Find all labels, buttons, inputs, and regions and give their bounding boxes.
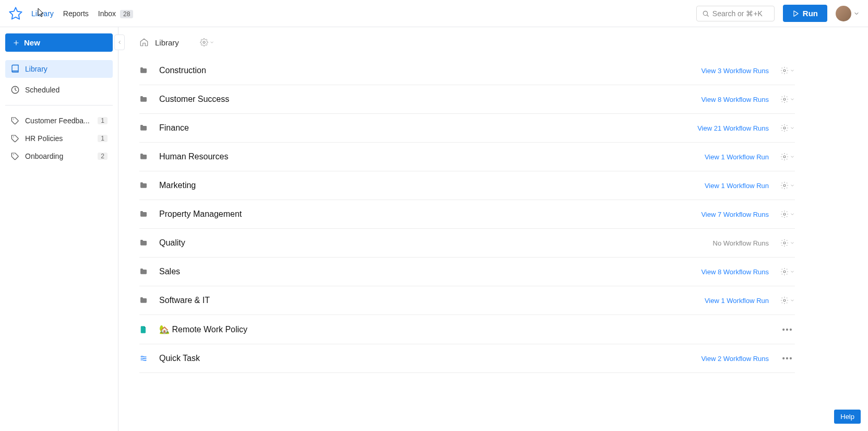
top-header: Library Reports Inbox 28 Search or ⌘+K R… — [0, 0, 868, 27]
svg-point-0 — [703, 11, 707, 15]
view-runs-link[interactable]: View 8 Workflow Runs — [701, 268, 769, 276]
library-row[interactable]: Human ResourcesView 1 Workflow Run — [139, 143, 795, 171]
logo-star-icon[interactable] — [8, 6, 23, 21]
sidebar: New Library Scheduled Customer Feedba...… — [0, 27, 118, 431]
view-runs-link[interactable]: View 1 Workflow Run — [705, 182, 769, 190]
row-settings-button[interactable] — [780, 210, 795, 218]
folder-icon — [139, 239, 148, 247]
row-settings-button[interactable] — [780, 66, 795, 75]
avatar — [836, 6, 851, 21]
row-name: Customer Success — [159, 95, 689, 104]
new-button-label: New — [24, 38, 40, 47]
folder-icon — [139, 210, 148, 218]
row-name: Marketing — [159, 181, 693, 190]
svg-point-14 — [783, 299, 786, 301]
workflow-icon — [139, 354, 148, 363]
svg-point-6 — [783, 69, 786, 72]
sidebar-tag-item[interactable]: HR Policies1 — [5, 130, 113, 147]
svg-point-9 — [783, 156, 786, 158]
library-row[interactable]: 🏡 Remote Work Policy••• — [139, 315, 795, 344]
user-menu[interactable] — [836, 6, 860, 21]
main-content: Library ConstructionView 3 Workflow Runs… — [118, 27, 868, 431]
sidebar-tag-item[interactable]: Customer Feedba...1 — [5, 112, 113, 130]
row-name: Software & IT — [159, 296, 693, 305]
row-name: Quality — [159, 238, 701, 248]
svg-point-7 — [783, 98, 786, 100]
row-name: Human Resources — [159, 152, 693, 161]
nav-inbox[interactable]: Inbox 28 — [98, 9, 134, 18]
svg-point-12 — [783, 242, 786, 244]
sidebar-item-label: Library — [25, 65, 47, 73]
view-runs-link[interactable]: View 21 Workflow Runs — [697, 124, 769, 132]
row-settings-button[interactable] — [780, 95, 795, 103]
row-settings-button[interactable] — [780, 296, 795, 305]
inbox-count-badge: 28 — [120, 10, 133, 18]
view-runs-link[interactable]: View 2 Workflow Runs — [701, 355, 769, 363]
folder-icon — [139, 153, 148, 161]
nav-library[interactable]: Library — [31, 9, 54, 18]
run-button[interactable]: Run — [783, 5, 827, 22]
search-icon — [702, 10, 709, 17]
library-row[interactable]: Property ManagementView 7 Workflow Runs — [139, 200, 795, 229]
folder-icon — [139, 95, 148, 103]
library-row[interactable]: Software & ITView 1 Workflow Run — [139, 286, 795, 315]
library-row[interactable]: ConstructionView 3 Workflow Runs — [139, 56, 795, 85]
chevron-down-icon — [853, 10, 860, 17]
library-row[interactable]: SalesView 8 Workflow Runs — [139, 258, 795, 286]
search-placeholder: Search or ⌘+K — [712, 9, 763, 18]
sidebar-item-scheduled[interactable]: Scheduled — [5, 81, 113, 99]
library-row[interactable]: Customer SuccessView 8 Workflow Runs — [139, 85, 795, 114]
folder-icon — [139, 181, 148, 190]
row-settings-button[interactable] — [780, 124, 795, 132]
breadcrumb-settings[interactable] — [200, 38, 215, 46]
svg-point-4 — [13, 154, 14, 155]
nav-links: Library Reports Inbox 28 — [31, 9, 133, 18]
svg-point-11 — [783, 213, 786, 215]
svg-point-13 — [783, 271, 786, 273]
new-button[interactable]: New — [5, 33, 113, 52]
nav-inbox-label: Inbox — [98, 9, 116, 18]
breadcrumb: Library — [139, 38, 795, 47]
row-name: Sales — [159, 267, 689, 276]
divider — [5, 105, 113, 106]
play-icon — [792, 10, 800, 17]
row-settings-button[interactable] — [780, 267, 795, 276]
svg-point-8 — [783, 127, 786, 129]
row-settings-button[interactable] — [780, 239, 795, 247]
view-runs-link: No Workflow Runs — [713, 239, 769, 247]
book-icon — [10, 64, 20, 74]
search-input[interactable]: Search or ⌘+K — [696, 6, 775, 21]
row-settings-button[interactable] — [780, 181, 795, 190]
view-runs-link[interactable]: View 7 Workflow Runs — [701, 211, 769, 218]
svg-point-10 — [783, 184, 786, 187]
home-icon[interactable] — [139, 38, 149, 47]
more-menu-button[interactable]: ••• — [780, 325, 795, 334]
folder-icon — [139, 66, 148, 75]
help-button[interactable]: Help — [834, 410, 861, 424]
run-button-label: Run — [803, 9, 818, 18]
sidebar-collapse-button[interactable] — [114, 34, 125, 50]
more-menu-button[interactable]: ••• — [780, 354, 795, 363]
tag-label: Onboarding — [25, 152, 92, 160]
library-row[interactable]: QualityNo Workflow Runs — [139, 229, 795, 258]
folder-icon — [139, 267, 148, 276]
svg-point-5 — [203, 41, 205, 43]
view-runs-link[interactable]: View 3 Workflow Runs — [701, 67, 769, 75]
nav-reports[interactable]: Reports — [63, 9, 89, 18]
view-runs-link[interactable]: View 1 Workflow Run — [705, 297, 769, 305]
view-runs-link[interactable]: View 8 Workflow Runs — [701, 96, 769, 103]
row-name: Quick Task — [159, 354, 689, 363]
sidebar-tag-item[interactable]: Onboarding2 — [5, 147, 113, 165]
view-runs-link[interactable]: View 1 Workflow Run — [705, 153, 769, 161]
tag-label: Customer Feedba... — [25, 117, 92, 125]
library-row[interactable]: MarketingView 1 Workflow Run — [139, 171, 795, 200]
tag-count: 1 — [98, 117, 108, 124]
library-row[interactable]: FinanceView 21 Workflow Runs — [139, 114, 795, 143]
row-settings-button[interactable] — [780, 153, 795, 161]
clock-icon — [10, 85, 20, 95]
sidebar-item-library[interactable]: Library — [5, 60, 113, 78]
sidebar-item-label: Scheduled — [25, 86, 60, 94]
tag-icon — [10, 152, 20, 161]
tag-icon — [10, 134, 20, 143]
library-row[interactable]: Quick TaskView 2 Workflow Runs••• — [139, 344, 795, 373]
